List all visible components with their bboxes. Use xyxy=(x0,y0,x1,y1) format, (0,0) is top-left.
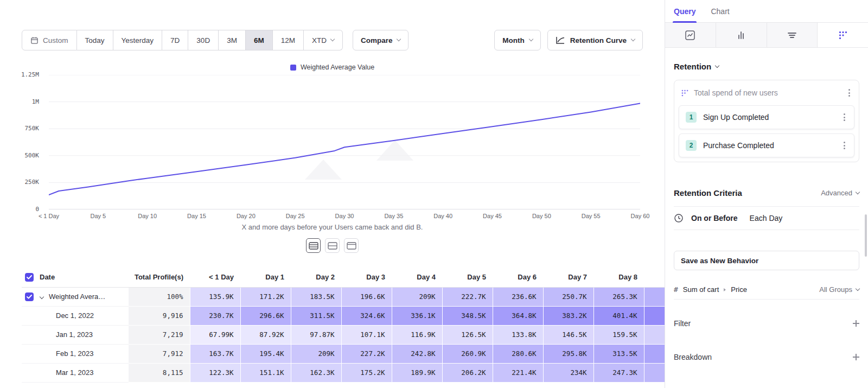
range-6m-button[interactable]: 6M xyxy=(246,30,273,50)
number-property-icon: # xyxy=(674,285,678,294)
kebab-menu-icon[interactable] xyxy=(846,87,852,99)
retention-value-cell: 163.7K xyxy=(190,344,240,363)
density-compact-button[interactable] xyxy=(306,238,321,253)
line-chart-svg xyxy=(49,75,640,209)
column-header-day[interactable]: Day 2 xyxy=(291,268,341,287)
column-header-partial xyxy=(644,268,665,287)
column-header-day[interactable]: Day 4 xyxy=(392,268,442,287)
compare-button[interactable]: Compare xyxy=(353,30,409,50)
range-today-button[interactable]: Today xyxy=(77,30,113,50)
tab-chart[interactable]: Chart xyxy=(711,0,729,23)
row-label-date[interactable]: Dec 1, 2022 xyxy=(22,306,129,325)
viz-tab-bar-chart[interactable] xyxy=(716,23,767,47)
retention-value-cell: 107.1K xyxy=(341,325,392,344)
criteria-heading: Retention Criteria xyxy=(674,188,742,198)
y-tick-label: 0 xyxy=(35,206,39,213)
rows-compact-icon xyxy=(309,242,318,250)
check-icon xyxy=(27,295,32,299)
range-3m-button[interactable]: 3M xyxy=(219,30,246,50)
tab-query[interactable]: Query xyxy=(674,0,695,23)
x-tick-label: Day 40 xyxy=(433,213,452,219)
x-tick-label: Day 10 xyxy=(138,213,157,219)
partial-next-day-cell xyxy=(644,287,665,306)
chart-caption: X and more days before your Users came b… xyxy=(0,223,665,231)
legend-swatch[interactable] xyxy=(290,65,296,71)
column-header-day[interactable]: Day 1 xyxy=(240,268,291,287)
range-yesterday-button[interactable]: Yesterday xyxy=(113,30,163,50)
window-value: Each Day xyxy=(750,214,783,222)
behavior-card: Total spend of new users 1 Sign Up Compl… xyxy=(674,80,859,162)
range-custom-button[interactable]: Custom xyxy=(22,30,77,50)
behavior-step-1[interactable]: 1 Sign Up Completed xyxy=(679,105,854,129)
column-header-day[interactable]: Day 8 xyxy=(593,268,644,287)
advanced-dropdown[interactable]: Advanced xyxy=(821,189,859,197)
retention-value-cell: 209K xyxy=(392,287,442,306)
select-all-checkbox[interactable] xyxy=(25,273,34,282)
retention-value-cell: 311.5K xyxy=(291,306,341,325)
column-header-day[interactable]: Day 3 xyxy=(341,268,392,287)
range-12m-button[interactable]: 12M xyxy=(273,30,304,50)
viz-tab-funnel[interactable] xyxy=(767,23,818,47)
granularity-dropdown[interactable]: Month xyxy=(494,30,540,50)
column-header-day[interactable]: Day 5 xyxy=(442,268,493,287)
x-tick-label: Day 20 xyxy=(237,213,256,219)
row-checkbox[interactable] xyxy=(25,292,34,301)
retention-value-cell: 196.6K xyxy=(341,287,392,306)
measure-row[interactable]: # Sum of cart Price All Groups xyxy=(674,280,859,300)
chart-legend: Weighted Average Value xyxy=(0,63,665,71)
kebab-menu-icon[interactable] xyxy=(841,111,847,123)
table-row: Feb 1, 20237,912163.7K195.4K209K227.2K24… xyxy=(22,344,665,363)
density-medium-button[interactable] xyxy=(325,238,340,253)
viz-tab-insights[interactable] xyxy=(665,23,716,47)
all-groups-dropdown[interactable]: All Groups xyxy=(819,285,859,294)
kebab-menu-icon[interactable] xyxy=(841,139,847,151)
row-label-date[interactable]: Mar 1, 2023 xyxy=(22,363,129,382)
x-tick-label: Day 55 xyxy=(582,213,601,219)
criteria-timing-row[interactable]: On or Before Each Day xyxy=(674,206,859,230)
column-header-day[interactable]: Day 6 xyxy=(493,268,543,287)
x-tick-label: Day 30 xyxy=(335,213,354,219)
save-as-new-behavior-button[interactable]: Save as New Behavior xyxy=(674,251,859,270)
add-breakdown-icon[interactable] xyxy=(853,354,859,360)
column-header-day[interactable]: < 1 Day xyxy=(190,268,240,287)
add-filter-icon[interactable] xyxy=(853,320,859,327)
x-tick-label: Day 5 xyxy=(90,213,106,219)
range-7d-button[interactable]: 7D xyxy=(162,30,188,50)
retention-value-cell: 221.4K xyxy=(493,363,543,382)
retention-value-cell: 242.8K xyxy=(392,344,442,363)
behavior-title: Total spend of new users xyxy=(694,88,841,97)
retention-series-line[interactable] xyxy=(49,104,640,195)
rows-tall-icon xyxy=(347,242,356,250)
row-label-date[interactable]: Feb 1, 2023 xyxy=(22,344,129,363)
retention-section-header[interactable]: Retention xyxy=(674,62,859,71)
retention-value-cell: 189.9K xyxy=(392,363,442,382)
chevron-down-icon xyxy=(631,37,635,41)
chart-type-dropdown[interactable]: Retention Curve xyxy=(547,30,643,50)
range-xtd-button[interactable]: XTD xyxy=(304,30,343,50)
retention-value-cell: 383.2K xyxy=(543,306,593,325)
column-header-total[interactable]: Total Profile(s) xyxy=(129,268,190,287)
date-range-toolbar: Custom Today Yesterday 7D 30D 3M 6M 12M … xyxy=(22,30,643,50)
retention-value-cell: 296.6K xyxy=(240,306,291,325)
retention-value-cell: 122.3K xyxy=(190,363,240,382)
retention-value-cell: 348.5K xyxy=(442,306,493,325)
filter-section[interactable]: Filter xyxy=(674,319,859,328)
row-label-weighted-average[interactable]: Weighted Average ... xyxy=(22,287,129,306)
expand-chevron-icon[interactable] xyxy=(40,294,44,298)
column-header-day[interactable]: Day 7 xyxy=(543,268,593,287)
retention-value-cell: 97.87K xyxy=(291,325,341,344)
behavior-step-2[interactable]: 2 Purchase Completed xyxy=(679,133,854,157)
row-label-date[interactable]: Jan 1, 2023 xyxy=(22,325,129,344)
viz-tab-retention[interactable] xyxy=(818,23,868,47)
check-icon xyxy=(27,275,32,279)
sidebar-scrollbar-thumb[interactable] xyxy=(865,214,867,257)
visualization-type-tabs xyxy=(665,23,868,48)
density-tall-button[interactable] xyxy=(344,238,359,253)
chevron-down-icon xyxy=(397,37,401,41)
range-30d-button[interactable]: 30D xyxy=(188,30,219,50)
legend-label[interactable]: Weighted Average Value xyxy=(301,63,374,71)
breakdown-section[interactable]: Breakdown xyxy=(674,353,859,361)
retention-value-cell: 280.6K xyxy=(493,344,543,363)
retention-value-cell: 265.3K xyxy=(593,287,644,306)
retention-criteria-header: Retention Criteria Advanced xyxy=(674,188,859,198)
